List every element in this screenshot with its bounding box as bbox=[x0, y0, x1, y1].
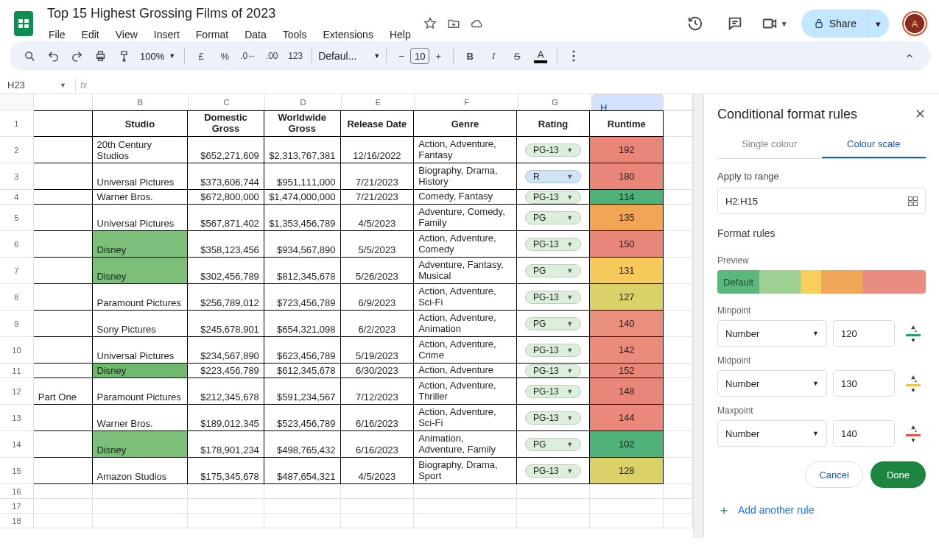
cell-E12[interactable]: 7/12/2023 bbox=[341, 378, 415, 405]
cell-F4[interactable]: Comedy, Fantasy bbox=[414, 190, 517, 205]
cell-E3[interactable]: 7/21/2023 bbox=[341, 163, 415, 190]
cell-B15[interactable]: Amazon Studios bbox=[93, 458, 189, 484]
row-3[interactable]: 3 bbox=[0, 163, 34, 190]
cell-G7[interactable]: PG▼ bbox=[517, 258, 591, 284]
row-15[interactable]: 15 bbox=[0, 458, 34, 484]
cell-H6[interactable]: 150 bbox=[590, 231, 664, 258]
rating-chip[interactable]: PG-13▼ bbox=[525, 143, 581, 157]
font-selector[interactable]: Defaul...▼ bbox=[318, 50, 380, 62]
rating-chip[interactable]: PG-13▼ bbox=[525, 344, 581, 357]
cell-D11[interactable]: $612,345,678 bbox=[264, 364, 341, 378]
minpoint-color[interactable]: ▼ bbox=[901, 323, 926, 344]
cell-I12[interactable] bbox=[664, 378, 693, 405]
midpoint-type[interactable]: Number▼ bbox=[717, 370, 827, 397]
decimal-increase-icon[interactable]: .00 bbox=[261, 46, 282, 66]
cell-A6[interactable] bbox=[34, 231, 93, 258]
cell-H9[interactable]: 140 bbox=[590, 311, 664, 337]
cell-G6[interactable]: PG-13▼ bbox=[517, 231, 591, 258]
cell-H13[interactable]: 144 bbox=[590, 405, 664, 431]
cell-C3[interactable]: $373,606,744 bbox=[188, 163, 264, 190]
cell-A17[interactable] bbox=[34, 499, 93, 514]
grid-select-icon[interactable] bbox=[908, 196, 918, 206]
collapse-toolbar-icon[interactable] bbox=[899, 46, 920, 66]
cell-F17[interactable] bbox=[414, 499, 517, 514]
cell-C13[interactable]: $189,012,345 bbox=[188, 405, 264, 431]
cell-C12[interactable]: $212,345,678 bbox=[188, 378, 264, 405]
rating-chip[interactable]: PG-13▼ bbox=[525, 291, 581, 304]
cell-B10[interactable]: Universal Pictures bbox=[93, 337, 189, 364]
cell-E16[interactable] bbox=[341, 484, 415, 499]
cell-B7[interactable]: Disney bbox=[93, 258, 189, 284]
cell-A18[interactable] bbox=[34, 514, 93, 528]
range-input[interactable]: H2:H15 bbox=[717, 188, 926, 214]
cell-A12[interactable]: Part One bbox=[34, 378, 93, 405]
cell-G12[interactable]: PG-13▼ bbox=[517, 378, 591, 405]
share-dropdown[interactable]: ▾ bbox=[867, 10, 889, 38]
cell-D2[interactable]: $2,313,767,381 bbox=[264, 137, 341, 163]
preview-swatch[interactable]: Default bbox=[717, 270, 926, 294]
rating-chip[interactable]: PG-13▼ bbox=[525, 464, 581, 478]
row-12[interactable]: 12 bbox=[0, 378, 34, 405]
row-10[interactable]: 10 bbox=[0, 337, 34, 364]
cell-B3[interactable]: Universal Pictures bbox=[93, 163, 189, 190]
cell-A9[interactable] bbox=[34, 311, 93, 337]
cell-I7[interactable] bbox=[664, 258, 693, 284]
bold-icon[interactable]: B bbox=[460, 46, 480, 66]
cell-G2[interactable]: PG-13▼ bbox=[517, 137, 591, 163]
row-9[interactable]: 9 bbox=[0, 311, 34, 337]
menu-help[interactable]: Help bbox=[384, 26, 417, 43]
minpoint-value[interactable]: 120 bbox=[833, 320, 895, 347]
cell-F2[interactable]: Action, Adventure, Fantasy bbox=[414, 137, 517, 163]
row-6[interactable]: 6 bbox=[0, 231, 34, 258]
done-button[interactable]: Done bbox=[871, 461, 926, 488]
cell-A15[interactable] bbox=[34, 458, 93, 484]
cell-F12[interactable]: Action, Adventure, Thriller bbox=[414, 378, 517, 405]
cell-E15[interactable]: 4/5/2023 bbox=[341, 458, 415, 484]
menu-extensions[interactable]: Extensions bbox=[317, 26, 379, 43]
cell-G11[interactable]: PG-13▼ bbox=[517, 364, 591, 378]
cell-H5[interactable]: 135 bbox=[590, 205, 664, 231]
tab-single-colour[interactable]: Single colour bbox=[717, 131, 822, 158]
cell-B12[interactable]: Paramount Pictures bbox=[93, 378, 189, 405]
cell-E2[interactable]: 12/16/2022 bbox=[341, 137, 415, 163]
cell-A5[interactable] bbox=[34, 205, 93, 231]
cell-I14[interactable] bbox=[664, 431, 693, 458]
minpoint-type[interactable]: Number▼ bbox=[717, 320, 827, 347]
cell-G4[interactable]: PG-13▼ bbox=[517, 190, 591, 205]
cell-B16[interactable] bbox=[93, 484, 189, 499]
cell-E10[interactable]: 5/19/2023 bbox=[341, 337, 415, 364]
percent-icon[interactable]: % bbox=[214, 46, 235, 66]
col-G[interactable]: G bbox=[518, 94, 592, 110]
cell-H15[interactable]: 128 bbox=[590, 458, 664, 484]
cell-G15[interactable]: PG-13▼ bbox=[517, 458, 591, 484]
cell-B9[interactable]: Sony Pictures bbox=[93, 311, 189, 337]
rating-chip[interactable]: PG▼ bbox=[525, 317, 581, 330]
rating-chip[interactable]: PG-13▼ bbox=[525, 364, 581, 378]
cell-H3[interactable]: 180 bbox=[590, 163, 664, 190]
cell-A4[interactable] bbox=[34, 190, 93, 205]
cell-A3[interactable] bbox=[34, 163, 93, 190]
cancel-button[interactable]: Cancel bbox=[805, 461, 862, 488]
cell-D13[interactable]: $523,456,789 bbox=[264, 405, 341, 431]
cell-G3[interactable]: R▼ bbox=[517, 163, 591, 190]
cell-B2[interactable]: 20th Century Studios bbox=[93, 137, 189, 163]
cell-I18[interactable] bbox=[664, 514, 693, 528]
maxpoint-color[interactable]: ▼ bbox=[901, 423, 926, 444]
cell-A11[interactable] bbox=[34, 364, 93, 378]
cell-F5[interactable]: Adventure, Comedy, Family bbox=[414, 205, 517, 231]
strike-icon[interactable]: S bbox=[507, 46, 527, 66]
cell-E18[interactable] bbox=[341, 514, 415, 528]
col-E[interactable]: E bbox=[342, 94, 415, 110]
cell-I6[interactable] bbox=[664, 231, 693, 258]
cell-C4[interactable]: $672,800,000 bbox=[188, 190, 264, 205]
cell-H17[interactable] bbox=[590, 499, 664, 514]
cell-I5[interactable] bbox=[664, 205, 693, 231]
cell-F3[interactable]: Biography, Drama, History bbox=[414, 163, 517, 190]
cell-B17[interactable] bbox=[93, 499, 189, 514]
print-icon[interactable] bbox=[90, 46, 110, 66]
cell-B4[interactable]: Warner Bros. bbox=[93, 190, 189, 205]
cell-B18[interactable] bbox=[93, 514, 189, 528]
maxpoint-type[interactable]: Number▼ bbox=[717, 420, 827, 447]
font-size-input[interactable]: 10 bbox=[410, 48, 429, 64]
select-all-cell[interactable] bbox=[0, 94, 34, 110]
